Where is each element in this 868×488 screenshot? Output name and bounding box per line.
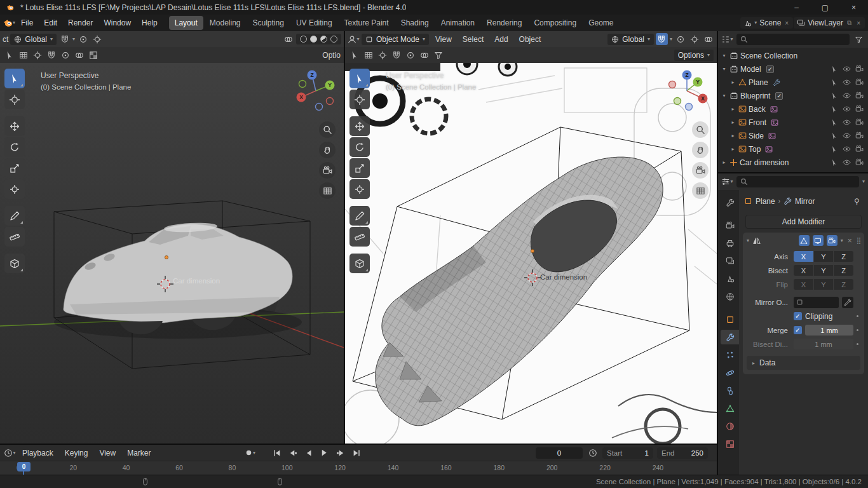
show-realtime-icon[interactable] <box>813 235 824 246</box>
flip-x-toggle[interactable]: X <box>794 279 813 290</box>
pan-hand-icon[interactable] <box>319 142 336 158</box>
snap-magnet-icon[interactable] <box>656 33 668 45</box>
selectable-icon[interactable] <box>831 132 838 140</box>
flip-y-toggle[interactable]: Y <box>814 279 834 290</box>
bisect-x-toggle[interactable]: X <box>794 265 813 276</box>
tool-settings-icon[interactable] <box>3 49 15 61</box>
viewport-menu[interactable]: View <box>431 33 456 46</box>
animate-dot[interactable] <box>857 343 858 345</box>
viewport-right-canvas[interactable]: User Perspective (0) Scene Collection | … <box>345 63 717 444</box>
outliner-row-back[interactable]: ▸ Back <box>718 102 868 116</box>
selectable-icon[interactable] <box>831 79 838 86</box>
tool-annotate[interactable] <box>349 206 370 226</box>
viewport-menu[interactable]: Add <box>490 33 512 46</box>
shading-solid-icon[interactable] <box>310 36 317 43</box>
select-mode-icon[interactable] <box>362 49 374 61</box>
pivot-point-icon[interactable] <box>91 33 103 45</box>
play-reverse-button[interactable] <box>302 447 316 459</box>
viewlayer-new-icon[interactable]: ⧉ <box>846 19 853 27</box>
outliner-row-plane[interactable]: ▸ Plane <box>718 76 868 89</box>
timeline-menu[interactable]: Marker <box>122 447 156 459</box>
tool-transform[interactable] <box>4 179 25 199</box>
snap-options-caret[interactable]: ▾ <box>72 37 75 42</box>
snap-options-caret[interactable]: ▾ <box>670 37 672 42</box>
menubar-menu[interactable]: Window <box>98 17 136 29</box>
camera-view-icon[interactable] <box>319 162 336 179</box>
orientation-dropdown[interactable]: Global▾ <box>607 34 654 45</box>
use-preview-range-icon[interactable] <box>587 447 599 459</box>
ortho-grid-icon[interactable] <box>692 182 709 199</box>
drag-handle-icon[interactable]: ⣿ <box>857 237 860 244</box>
gizmo-minus-y[interactable] <box>674 98 681 105</box>
modifier-extras-caret[interactable]: ▾ <box>841 238 843 243</box>
outliner-row-scene-collection[interactable]: ▾ Scene Collection <box>718 49 868 62</box>
outliner-filter-icon[interactable] <box>853 34 865 46</box>
tab-constraints[interactable] <box>721 383 739 398</box>
frame-start-field[interactable]: Start1 <box>602 447 653 459</box>
outliner-editor-type-icon[interactable]: ▾ <box>721 34 733 46</box>
merge-checkbox[interactable]: ✓ <box>794 326 802 334</box>
properties-editor-type-icon[interactable]: ▾ <box>721 176 733 188</box>
shading-rendered-icon[interactable] <box>330 36 337 43</box>
blender-menu-icon[interactable]: ▾ <box>3 17 15 29</box>
selectable-icon[interactable] <box>831 159 838 166</box>
expand-caret[interactable]: ▾ <box>747 238 749 243</box>
tool-select-box[interactable] <box>4 69 25 88</box>
tab-object-data[interactable] <box>721 401 739 416</box>
axis-z-toggle[interactable]: Z <box>834 251 853 262</box>
gizmo-minus-y[interactable] <box>299 81 306 88</box>
prev-keyframe-button[interactable] <box>286 447 300 459</box>
proportional-icon[interactable] <box>59 49 71 61</box>
tool-add-cube[interactable] <box>349 254 370 273</box>
car-model-wireframe[interactable] <box>376 157 663 426</box>
menubar-menu[interactable]: Help <box>137 17 163 29</box>
tab-output[interactable] <box>721 236 739 250</box>
xray-icon[interactable] <box>87 49 99 61</box>
selectable-icon[interactable] <box>831 65 838 73</box>
tab-world[interactable] <box>721 289 739 304</box>
options-dropdown[interactable]: Options▾ <box>674 50 714 61</box>
bisect-y-toggle[interactable]: Y <box>814 265 834 276</box>
tab-render[interactable] <box>721 218 739 233</box>
hide-eye-icon[interactable] <box>843 158 851 166</box>
editor-type-icon[interactable]: ▾ <box>348 33 360 45</box>
tool-annotate[interactable] <box>4 206 25 226</box>
render-camera-icon[interactable] <box>855 105 864 113</box>
tool-select-box[interactable] <box>349 69 370 88</box>
show-render-icon[interactable] <box>827 235 837 246</box>
zoom-icon[interactable] <box>692 121 709 138</box>
workspace-tab[interactable]: Compositing <box>528 16 582 30</box>
axis-x-toggle[interactable]: X <box>794 251 813 262</box>
gizmo-minus-x[interactable] <box>669 81 676 88</box>
render-camera-icon[interactable] <box>855 132 864 140</box>
proportional-icon[interactable] <box>404 49 416 61</box>
render-camera-icon[interactable] <box>855 78 864 86</box>
close-button[interactable]: × <box>839 0 868 15</box>
tool-transform[interactable] <box>349 179 370 199</box>
play-button[interactable] <box>318 447 332 459</box>
jump-to-end-button[interactable] <box>349 447 363 459</box>
camera-view-icon[interactable] <box>692 162 709 179</box>
show-gizmo-icon[interactable] <box>702 33 714 45</box>
outliner-row-side[interactable]: ▸ Side <box>718 129 868 142</box>
jump-to-start-button[interactable] <box>270 447 284 459</box>
mode-dropdown-truncated[interactable]: ct <box>3 35 8 44</box>
render-camera-icon[interactable] <box>855 118 864 126</box>
pan-hand-icon[interactable] <box>692 142 709 158</box>
render-camera-icon[interactable] <box>855 158 864 166</box>
workspace-tab[interactable]: Animation <box>435 16 480 30</box>
hide-eye-icon[interactable] <box>843 65 851 73</box>
tab-particles[interactable] <box>721 348 739 362</box>
ortho-grid-icon[interactable] <box>319 182 336 199</box>
outliner-row-blueprint[interactable]: ▾ Blueprint ✓ <box>718 89 868 102</box>
tab-object[interactable] <box>721 312 739 327</box>
pin-icon[interactable]: ⚲ <box>851 195 863 207</box>
select-mode-icon[interactable] <box>17 49 29 61</box>
gizmo-minus-z[interactable] <box>316 104 323 111</box>
tool-settings-icon[interactable] <box>348 49 360 61</box>
gizmo-minus-x[interactable] <box>327 98 334 105</box>
snapping-icon[interactable] <box>390 49 402 61</box>
hide-eye-icon[interactable] <box>843 92 851 100</box>
timeline-ruler[interactable]: 020406080100120140160180200220240 0 <box>0 461 717 475</box>
shading-material-icon[interactable] <box>320 36 327 43</box>
